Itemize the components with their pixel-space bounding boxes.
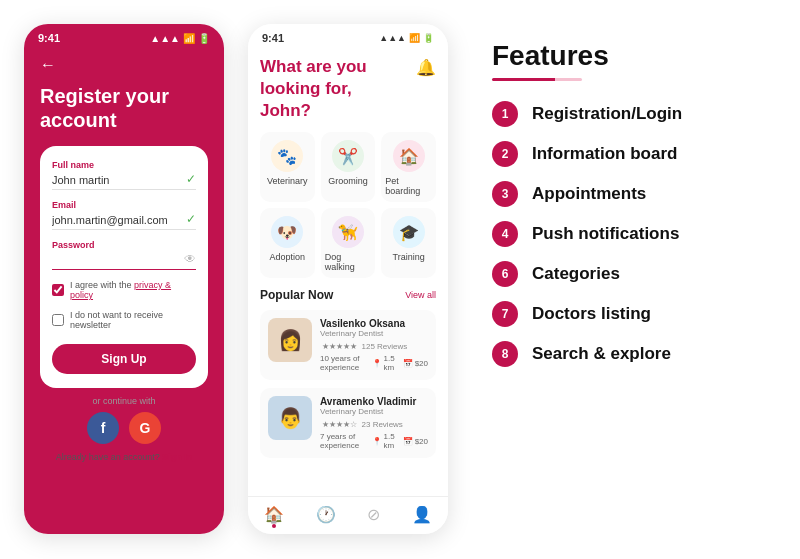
email-input[interactable] <box>52 212 196 230</box>
feature-label: Appointments <box>532 184 646 204</box>
doctor-stars-1: ★★★★★ 125 Reviews <box>320 341 428 351</box>
nav-clock[interactable]: 🕐 <box>316 505 336 524</box>
feature-item: 3 Appointments <box>492 181 756 207</box>
feature-item: 6 Categories <box>492 261 756 287</box>
or-continue-text: or continue with <box>40 396 208 406</box>
features-underline <box>492 78 582 81</box>
home-wifi-icon: 📶 <box>409 33 420 43</box>
back-button[interactable]: ← <box>40 56 208 74</box>
home-nav-icon: 🏠 <box>264 505 284 524</box>
signal-icon: ▲▲▲ <box>150 33 180 44</box>
doctor-stars-2: ★★★★☆ 23 Reviews <box>320 419 428 429</box>
doctor-info-1: Vasilenko Oksana Veterinary Dentist ★★★★… <box>320 318 428 372</box>
cat-pet-boarding[interactable]: 🏠 Pet boarding <box>381 132 436 202</box>
cat-adoption[interactable]: 🐶 Adoption <box>260 208 315 278</box>
privacy-checkbox[interactable] <box>52 284 64 296</box>
status-time: 9:41 <box>38 32 60 44</box>
doctor-meta-1: 10 years of experience 📍 1.5 km 📅 $20 <box>320 354 428 372</box>
feature-num: 3 <box>492 181 518 207</box>
nav-profile[interactable]: 👤 <box>412 505 432 524</box>
google-button[interactable]: G <box>129 412 161 444</box>
features-list: 1 Registration/Login 2 Information board… <box>492 101 756 367</box>
feature-label: Push notifications <box>532 224 679 244</box>
phone-register: 9:41 ▲▲▲ 📶 🔋 ← Register your account Ful… <box>24 24 224 534</box>
bell-icon[interactable]: 🔔 <box>416 58 436 77</box>
cat-dog-walking[interactable]: 🦮 Dog walking <box>321 208 376 278</box>
doctor-price-1: 📅 $20 <box>403 359 428 368</box>
privacy-text: I agree with the privacy & policy <box>70 280 196 300</box>
password-label: Password <box>52 240 196 250</box>
email-field: Email ✓ <box>52 200 196 230</box>
feature-item: 2 Information board <box>492 141 756 167</box>
feature-num: 6 <box>492 261 518 287</box>
cat-adoption-icon: 🐶 <box>271 216 303 248</box>
view-all-button[interactable]: View all <box>405 290 436 300</box>
cat-training-icon: 🎓 <box>393 216 425 248</box>
doctor-card-2[interactable]: 👨 Avramenko Vladimir Veterinary Dentist … <box>260 388 436 458</box>
status-icons: ▲▲▲ 📶 🔋 <box>150 33 210 44</box>
email-check-icon: ✓ <box>186 212 196 226</box>
home-screen: 9:41 ▲▲▲ 📶 🔋 What are you looking for, J… <box>248 24 448 534</box>
home-status-time: 9:41 <box>262 32 284 44</box>
fullname-input[interactable] <box>52 172 196 190</box>
categories-grid: 🐾 Veterinary ✂️ Grooming 🏠 Pet boarding … <box>260 132 436 278</box>
password-input[interactable] <box>52 252 196 270</box>
feature-label: Registration/Login <box>532 104 682 124</box>
cat-veterinary[interactable]: 🐾 Veterinary <box>260 132 315 202</box>
doctor-name-1: Vasilenko Oksana <box>320 318 428 329</box>
feature-num: 8 <box>492 341 518 367</box>
cat-training[interactable]: 🎓 Training <box>381 208 436 278</box>
signin-link[interactable]: Sign In <box>162 452 192 462</box>
nav-home[interactable]: 🏠 <box>264 505 284 524</box>
cat-veterinary-label: Veterinary <box>267 176 308 186</box>
home-title: What are you looking for, John? <box>260 56 416 122</box>
home-title-name: John? <box>260 101 311 120</box>
fullname-field: Full name ✓ <box>52 160 196 190</box>
doctor-meta-2: 7 years of experience 📍 1.5 km 📅 $20 <box>320 432 428 450</box>
newsletter-checkbox[interactable] <box>52 314 64 326</box>
feature-item: 1 Registration/Login <box>492 101 756 127</box>
phone-home: 9:41 ▲▲▲ 📶 🔋 What are you looking for, J… <box>248 24 448 534</box>
doctor-avatar-1: 👩 <box>268 318 312 362</box>
doctor-specialty-2: Veterinary Dentist <box>320 407 428 416</box>
doctor-info-2: Avramenko Vladimir Veterinary Dentist ★★… <box>320 396 428 450</box>
facebook-button[interactable]: f <box>87 412 119 444</box>
doctor-card-1[interactable]: 👩 Vasilenko Oksana Veterinary Dentist ★★… <box>260 310 436 380</box>
wifi-icon: 📶 <box>183 33 195 44</box>
cat-pet-boarding-icon: 🏠 <box>393 140 425 172</box>
nav-explore[interactable]: ⊘ <box>367 505 380 524</box>
profile-nav-icon: 👤 <box>412 505 432 524</box>
signup-button[interactable]: Sign Up <box>52 344 196 374</box>
feature-num: 4 <box>492 221 518 247</box>
cat-training-label: Training <box>393 252 425 262</box>
fullname-label: Full name <box>52 160 196 170</box>
cat-dog-walking-label: Dog walking <box>325 252 372 272</box>
doctor-avatar-2: 👨 <box>268 396 312 440</box>
register-content: ← Register your account Full name ✓ Emai… <box>24 48 224 534</box>
register-screen: 9:41 ▲▲▲ 📶 🔋 ← Register your account Ful… <box>24 24 224 534</box>
signin-row: Already have an account? Sign In <box>40 452 208 462</box>
feature-item: 8 Search & explore <box>492 341 756 367</box>
social-buttons: f G <box>40 412 208 444</box>
privacy-checkbox-row: I agree with the privacy & policy <box>52 280 196 300</box>
doctor-experience-1: 10 years of experience <box>320 354 364 372</box>
newsletter-checkbox-row: I do not want to receive newsletter <box>52 310 196 330</box>
popular-title: Popular Now <box>260 288 333 302</box>
home-status-icons: ▲▲▲ 📶 🔋 <box>379 33 434 43</box>
cat-grooming[interactable]: ✂️ Grooming <box>321 132 376 202</box>
home-battery-icon: 🔋 <box>423 33 434 43</box>
explore-nav-icon: ⊘ <box>367 505 380 524</box>
feature-num: 2 <box>492 141 518 167</box>
status-bar-register: 9:41 ▲▲▲ 📶 🔋 <box>24 24 224 48</box>
eye-icon[interactable]: 👁 <box>184 252 196 266</box>
cat-grooming-icon: ✂️ <box>332 140 364 172</box>
email-label: Email <box>52 200 196 210</box>
doctor-price-2: 📅 $20 <box>403 437 428 446</box>
cat-veterinary-icon: 🐾 <box>271 140 303 172</box>
feature-label: Search & explore <box>532 344 671 364</box>
feature-item: 4 Push notifications <box>492 221 756 247</box>
password-field: Password 👁 <box>52 240 196 270</box>
battery-icon: 🔋 <box>198 33 210 44</box>
register-title: Register your account <box>40 84 208 132</box>
newsletter-label: I do not want to receive newsletter <box>70 310 196 330</box>
